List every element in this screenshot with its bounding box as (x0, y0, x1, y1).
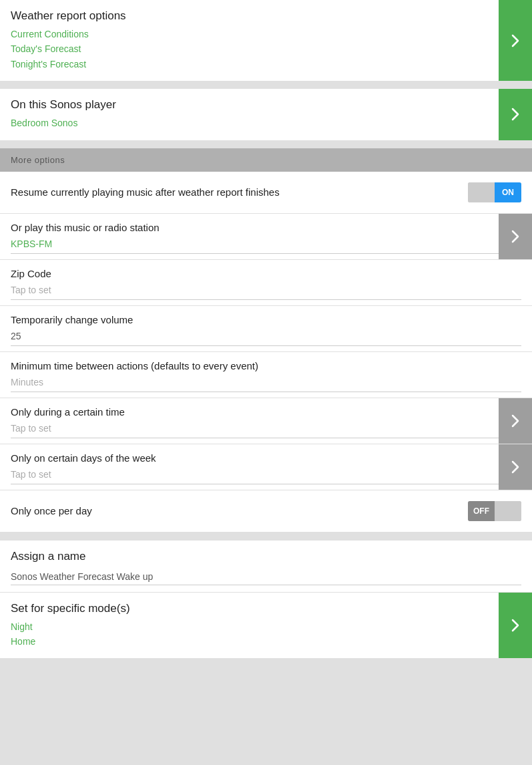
volume-value[interactable]: 25 (11, 328, 521, 346)
zip-code-value[interactable]: Tap to set (11, 282, 521, 300)
min-time-label: Minimum time between actions (defaults t… (11, 360, 521, 371)
radio-chevron-button[interactable] (499, 214, 532, 259)
certain-time-row: Only during a certain time Tap to set (0, 398, 532, 444)
radio-station-row: Or play this music or radio station KPBS… (0, 214, 532, 260)
toggle-off-empty (495, 501, 521, 521)
certain-days-value: Tap to set (11, 466, 499, 484)
min-time-value[interactable]: Minutes (11, 374, 521, 392)
weather-report-content: Weather report options Current Condition… (0, 0, 532, 81)
certain-days-row: Only on certain days of the week Tap to … (0, 444, 532, 490)
certain-time-value: Tap to set (11, 420, 499, 438)
tonights-forecast-link[interactable]: Tonight's Forecast (11, 57, 499, 71)
night-mode-link[interactable]: Night (11, 619, 499, 634)
more-options-label: More options (11, 155, 65, 165)
radio-station-label: Or play this music or radio station (11, 222, 499, 233)
more-options-header: More options (0, 148, 532, 172)
divider-3 (0, 532, 532, 537)
sonos-player-content: On this Sonos player Bedroom Sonos (0, 89, 532, 140)
assign-name-label: Assign a name (11, 550, 521, 563)
modes-chevron-button[interactable] (499, 593, 532, 659)
chevron-right-icon (511, 460, 519, 474)
chevron-right-icon (511, 108, 519, 121)
chevron-right-icon (511, 34, 519, 47)
modes-title: Set for specific mode(s) (11, 602, 499, 615)
home-mode-link[interactable]: Home (11, 634, 499, 649)
sonos-player-title: On this Sonos player (11, 98, 499, 112)
resume-music-toggle[interactable]: ON (468, 182, 521, 202)
sonos-chevron-button[interactable] (499, 89, 532, 140)
chevron-right-icon (511, 619, 519, 632)
certain-time-chevron-button[interactable] (499, 398, 532, 444)
toggle-on-area: ON (495, 182, 521, 202)
zip-code-row: Zip Code Tap to set (0, 260, 532, 306)
min-time-row: Minimum time between actions (defaults t… (0, 352, 532, 398)
certain-days-chevron-button[interactable] (499, 444, 532, 490)
once-per-day-label: Only once per day (11, 505, 468, 516)
sonos-player-section: On this Sonos player Bedroom Sonos (0, 89, 532, 140)
zip-code-label: Zip Code (11, 268, 521, 279)
volume-row: Temporarily change volume 25 (0, 306, 532, 352)
resume-music-label: Resume currently playing music after wea… (11, 186, 468, 198)
toggle-off-area (468, 182, 495, 202)
certain-days-label: Only on certain days of the week (11, 452, 499, 464)
assign-name-section: Assign a name (0, 541, 532, 593)
once-per-day-row: Only once per day OFF (0, 490, 532, 532)
chevron-right-icon (511, 230, 519, 243)
volume-label: Temporarily change volume (11, 314, 521, 325)
certain-time-label: Only during a certain time (11, 406, 499, 418)
modes-section: Set for specific mode(s) Night Home (0, 593, 532, 659)
bedroom-sonos-link[interactable]: Bedroom Sonos (11, 116, 499, 130)
assign-name-input[interactable] (11, 569, 521, 585)
toggle-off-label: OFF (468, 501, 495, 521)
todays-forecast-link[interactable]: Today's Forecast (11, 41, 499, 56)
weather-chevron-button[interactable] (499, 0, 532, 81)
current-conditions-link[interactable]: Current Conditions (11, 27, 499, 41)
weather-report-section: Weather report options Current Condition… (0, 0, 532, 81)
resume-music-row: Resume currently playing music after wea… (0, 172, 532, 214)
once-per-day-toggle[interactable]: OFF (468, 501, 521, 521)
chevron-right-icon (511, 414, 519, 428)
weather-report-title: Weather report options (11, 9, 499, 23)
radio-station-value: KPBS-FM (11, 236, 499, 254)
